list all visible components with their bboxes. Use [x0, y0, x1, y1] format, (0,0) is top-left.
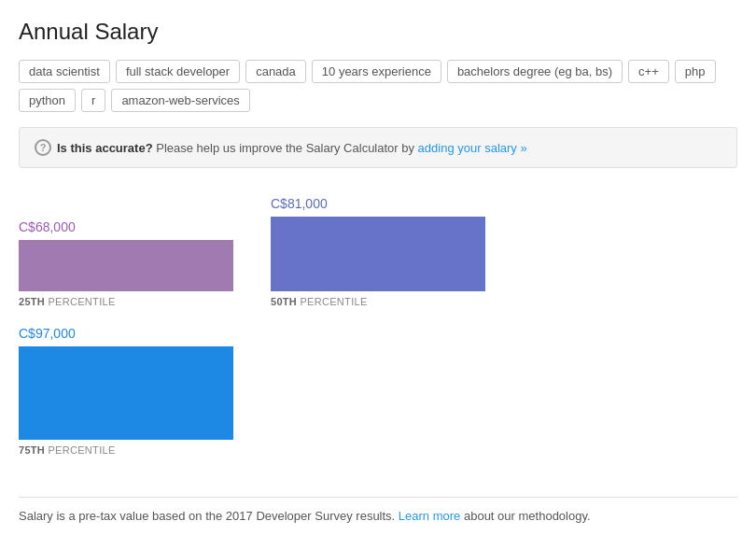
p50-label-text: PERCENTILE — [300, 296, 367, 307]
tag-item: r — [81, 89, 105, 112]
p50-label: 50TH PERCENTILE — [271, 296, 523, 307]
p25-bar — [19, 240, 233, 291]
info-icon: ? — [35, 139, 51, 156]
tag-item: data scientist — [19, 60, 110, 83]
percentile-25-block: C$68,000 25TH PERCENTILE — [19, 219, 271, 307]
tag-item: full stack developer — [116, 60, 240, 83]
add-salary-link[interactable]: adding your salary » — [418, 141, 527, 155]
p75-label: 75TH PERCENTILE — [19, 444, 261, 456]
divider — [19, 497, 737, 498]
tag-item: amazon-web-services — [111, 89, 249, 112]
footer-text: Salary is a pre-tax value based on the 2… — [19, 509, 737, 523]
info-text: Is this accurate? Please help us improve… — [57, 141, 527, 155]
info-text-body: Please help us improve the Salary Calcul… — [156, 141, 417, 155]
p50-bar — [271, 217, 485, 291]
p50-label-num: 50TH — [271, 296, 297, 307]
p25-label-num: 25TH — [19, 296, 45, 307]
info-text-bold: Is this accurate? — [57, 141, 153, 155]
footer-text-before: Salary is a pre-tax value based on the 2… — [19, 509, 399, 523]
tag-item: c++ — [628, 60, 669, 83]
p25-value: C$68,000 — [19, 219, 261, 234]
p75-label-num: 75TH — [19, 444, 45, 456]
p50-value: C$81,000 — [271, 196, 523, 211]
tag-item: 10 years experience — [312, 60, 441, 83]
info-bar: ? Is this accurate? Please help us impro… — [19, 127, 737, 168]
learn-more-link[interactable]: Learn more — [399, 509, 460, 523]
p25-label: 25TH PERCENTILE — [19, 296, 261, 307]
footer-text-after: about our methodology. — [464, 509, 591, 523]
page-title: Annual Salary — [19, 19, 737, 45]
p75-value: C$97,000 — [19, 326, 261, 341]
percentile-50-block: C$81,000 50TH PERCENTILE — [271, 196, 523, 307]
bottom-row: C$97,000 75TH PERCENTILE — [19, 326, 737, 456]
p75-label-text: PERCENTILE — [48, 444, 115, 456]
tag-item: canada — [245, 60, 306, 83]
p25-label-text: PERCENTILE — [48, 296, 115, 307]
percentile-75-block: C$97,000 75TH PERCENTILE — [19, 326, 271, 456]
p75-bar — [19, 346, 233, 440]
tag-item: php — [675, 60, 716, 83]
tag-item: bachelors degree (eg ba, bs) — [447, 60, 623, 83]
top-row: C$68,000 25TH PERCENTILE C$81,000 50TH P… — [19, 196, 737, 307]
charts-area: C$68,000 25TH PERCENTILE C$81,000 50TH P… — [19, 187, 737, 478]
tag-item: python — [19, 89, 76, 112]
tags-container: data scientistfull stack developercanada… — [19, 60, 737, 112]
